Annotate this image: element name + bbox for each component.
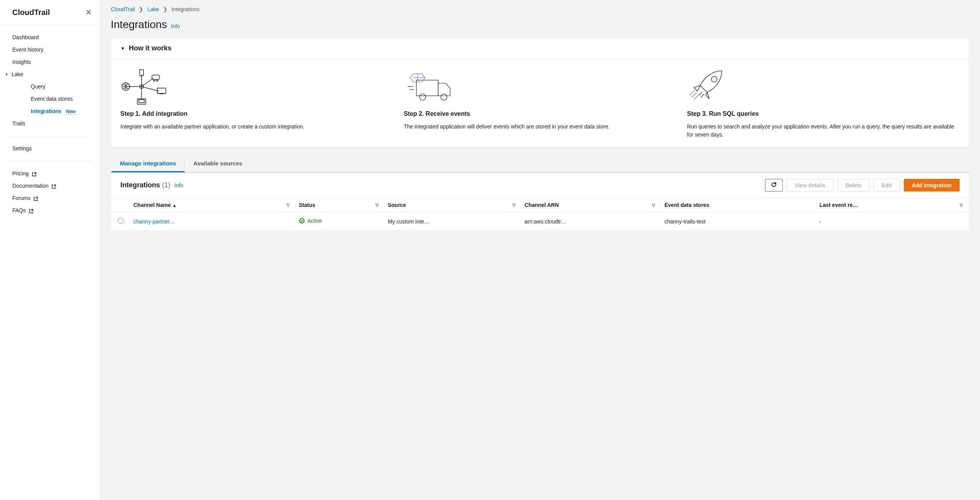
view-details-button[interactable]: View details xyxy=(787,179,833,192)
col-last-event-label: Last event re… xyxy=(820,202,858,208)
table-count: (1) xyxy=(162,181,170,189)
nav-group-lake[interactable]: ▼ Lake xyxy=(0,68,100,80)
col-channel-arn-label: Channel ARN xyxy=(525,202,559,208)
svg-rect-15 xyxy=(416,80,438,96)
svg-rect-12 xyxy=(139,100,144,103)
nav-settings[interactable]: Settings xyxy=(0,142,100,155)
breadcrumb-lake[interactable]: Lake xyxy=(147,6,159,12)
how-it-works-title: How it works xyxy=(129,44,172,52)
external-link-icon xyxy=(52,184,56,188)
col-select xyxy=(111,198,130,212)
step-3: Step 3. Run SQL queries Run queries to s… xyxy=(687,67,960,139)
row-channel-name[interactable]: channy-partner… xyxy=(133,218,175,225)
sidebar: CloudTrail ✕ Dashboard Event history Ins… xyxy=(0,0,100,500)
nav-event-history[interactable]: Event history xyxy=(0,43,100,56)
status-text: Active xyxy=(307,218,322,224)
col-channel-name-label: Channel Name xyxy=(133,202,171,208)
tabs: Manage integrations Available sources xyxy=(111,155,969,173)
svg-rect-8 xyxy=(157,88,166,93)
side-navigation: Dashboard Event history Insights ▼ Lake … xyxy=(0,25,100,223)
svg-line-25 xyxy=(690,90,695,95)
col-event-data-stores[interactable]: Event data stores xyxy=(661,198,816,212)
svg-point-17 xyxy=(441,94,447,100)
step-2: Step 2. Receive events The integrated ap… xyxy=(404,67,677,139)
svg-point-16 xyxy=(419,94,425,100)
column-options-icon[interactable]: ▽ xyxy=(375,203,378,208)
chevron-right-icon: ❯ xyxy=(163,6,168,12)
row-select-radio[interactable] xyxy=(118,218,124,224)
sort-asc-icon: ▲ xyxy=(172,203,177,208)
nav-forums-label: Forums xyxy=(12,195,30,201)
tab-available-sources[interactable]: Available sources xyxy=(185,155,251,172)
column-options-icon[interactable]: ▽ xyxy=(960,203,963,208)
breadcrumb-current: Integrations xyxy=(172,6,200,12)
column-options-icon[interactable]: ▽ xyxy=(512,203,515,208)
check-circle-icon xyxy=(299,218,305,224)
nav-trails[interactable]: Trails xyxy=(0,117,100,130)
status-badge: Active xyxy=(299,218,322,224)
new-badge: New xyxy=(66,109,76,115)
delivery-truck-icon xyxy=(404,67,677,106)
nav-pricing-label: Pricing xyxy=(12,170,29,177)
add-integration-button[interactable]: Add integration xyxy=(904,179,960,192)
chevron-right-icon: ❯ xyxy=(139,6,143,12)
external-link-icon xyxy=(33,196,38,201)
edit-button[interactable]: Edit xyxy=(873,179,900,192)
col-status-label: Status xyxy=(299,202,315,208)
svg-point-5 xyxy=(153,80,155,81)
external-link-icon xyxy=(29,208,33,213)
nav-integrations-label: Integrations xyxy=(31,108,62,114)
col-last-event[interactable]: Last event re… ▽ xyxy=(817,198,969,212)
nav-pricing[interactable]: Pricing xyxy=(0,167,100,180)
table-row[interactable]: channy-partner… Active My custom inte… a… xyxy=(111,212,969,231)
caret-down-icon: ▼ xyxy=(120,46,125,51)
nav-dashboard[interactable]: Dashboard xyxy=(0,31,100,43)
row-last-event: - xyxy=(817,212,969,231)
nav-faqs[interactable]: FAQs xyxy=(0,204,100,217)
col-event-data-stores-label: Event data stores xyxy=(664,202,709,208)
step-3-title: Step 3. Run SQL queries xyxy=(687,110,960,117)
how-it-works-header[interactable]: ▼ How it works xyxy=(111,38,969,58)
svg-line-26 xyxy=(694,95,699,100)
step-2-desc: The integrated application will deliver … xyxy=(404,123,677,131)
how-it-works-container: ▼ How it works xyxy=(111,38,969,148)
integrations-table: Channel Name ▲ ▽ Status ▽ xyxy=(111,198,969,230)
tab-manage-integrations[interactable]: Manage integrations xyxy=(112,155,185,172)
column-options-icon[interactable]: ▽ xyxy=(287,203,290,208)
integrations-table-title: Integrations (1) xyxy=(120,181,170,189)
nav-faqs-label: FAQs xyxy=(12,207,26,213)
svg-line-24 xyxy=(692,92,697,97)
breadcrumb: CloudTrail ❯ Lake ❯ Integrations xyxy=(111,5,969,18)
nav-insights[interactable]: Insights xyxy=(0,56,100,68)
nav-forums[interactable]: Forums xyxy=(0,192,100,204)
close-sidebar-icon[interactable]: ✕ xyxy=(85,8,92,17)
info-link[interactable]: Info xyxy=(171,23,180,29)
refresh-button[interactable] xyxy=(765,179,783,192)
row-source: My custom inte… xyxy=(385,212,522,231)
integration-network-icon xyxy=(120,67,393,106)
col-channel-name[interactable]: Channel Name ▲ ▽ xyxy=(130,198,296,212)
step-1: Step 1. Add integration Integrate with a… xyxy=(120,67,393,139)
nav-integrations[interactable]: Integrations New xyxy=(9,105,100,117)
col-channel-arn[interactable]: Channel ARN ▽ xyxy=(522,198,662,212)
delete-button[interactable]: Delete xyxy=(837,179,870,192)
table-title-text: Integrations xyxy=(120,181,160,189)
col-source[interactable]: Source ▽ xyxy=(385,198,522,212)
col-status[interactable]: Status ▽ xyxy=(296,198,385,212)
refresh-icon xyxy=(771,182,777,188)
nav-documentation[interactable]: Documentation xyxy=(0,180,100,192)
row-channel-arn: arn:aws:cloudtr… xyxy=(522,212,662,231)
step-3-desc: Run queries to search and analyze your a… xyxy=(687,123,960,139)
divider xyxy=(8,161,92,161)
nav-query[interactable]: Query xyxy=(9,80,100,93)
rocket-icon xyxy=(687,67,960,106)
breadcrumb-root[interactable]: CloudTrail xyxy=(111,6,135,12)
svg-point-23 xyxy=(712,77,717,82)
table-info-link[interactable]: Info xyxy=(174,182,183,188)
nav-event-data-stores[interactable]: Event data stores xyxy=(9,93,100,105)
svg-rect-9 xyxy=(160,93,163,94)
column-options-icon[interactable]: ▽ xyxy=(652,203,655,208)
svg-line-3 xyxy=(142,78,153,87)
service-title: CloudTrail xyxy=(12,8,50,17)
svg-rect-4 xyxy=(152,75,160,80)
